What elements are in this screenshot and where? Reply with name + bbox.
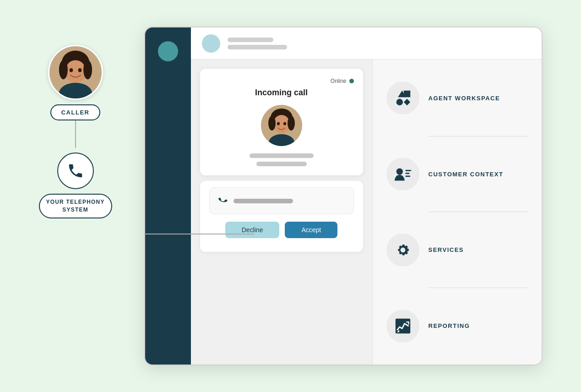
content-left: Online Incoming call [191, 60, 372, 365]
caller-photo-svg [261, 105, 302, 146]
online-dot [349, 79, 354, 83]
feature-services: SERVICES [386, 229, 528, 271]
connector-vertical [75, 120, 76, 148]
svg-point-5 [277, 122, 280, 125]
person-list-icon [395, 166, 411, 182]
svg-point-22 [69, 68, 73, 72]
app-sidebar [145, 27, 191, 365]
feature-customer-context: CUSTOMER CONTEXT [386, 153, 528, 195]
phone-number-line [233, 199, 293, 203]
agent-workspace-label: AGENT WORKSPACE [429, 95, 500, 102]
scene: Online Incoming call [39, 17, 543, 375]
incoming-call-card: Online Incoming call [200, 69, 363, 175]
caller-name-lines [209, 153, 354, 166]
agent-workspace-icon-circle [386, 82, 419, 114]
divider-3 [429, 288, 528, 288]
svg-point-12 [396, 168, 402, 174]
accept-button[interactable]: Accept [285, 222, 337, 238]
svg-point-19 [65, 60, 86, 82]
browser-mockup: Online Incoming call [144, 27, 543, 365]
svg-marker-11 [403, 99, 410, 105]
phone-icon [217, 194, 230, 208]
telephony-icon-circle [57, 152, 94, 189]
feature-agent-workspace: AGENT WORKSPACE [386, 77, 528, 119]
header-avatar [202, 34, 220, 53]
action-buttons: Decline Accept [209, 214, 354, 245]
left-elements: CALLER YOUR TELEPHONYSYSTEM [39, 45, 112, 218]
gear-icon [395, 242, 411, 258]
call-title: Incoming call [255, 88, 308, 98]
svg-point-2 [273, 115, 290, 133]
svg-point-10 [396, 99, 402, 105]
customer-context-icon-circle [386, 158, 419, 191]
online-indicator: Online [331, 78, 354, 84]
phone-handset-icon [67, 162, 84, 180]
svg-point-3 [268, 116, 276, 131]
header-line-2 [228, 45, 287, 49]
header-text-block [228, 38, 287, 49]
svg-rect-13 [405, 170, 411, 171]
svg-point-21 [83, 60, 92, 79]
svg-point-6 [283, 122, 286, 125]
divider-1 [429, 136, 528, 136]
header-line-1 [228, 38, 273, 42]
customer-context-label: CUSTOMER CONTEXT [429, 171, 504, 178]
telephony-label: YOUR TELEPHONYSYSTEM [46, 199, 105, 213]
phone-section: Decline Accept [200, 181, 363, 252]
svg-rect-9 [403, 91, 410, 97]
svg-rect-14 [405, 173, 409, 174]
sidebar-avatar [158, 41, 178, 61]
app-main: Online Incoming call [191, 27, 542, 365]
chart-icon [395, 318, 411, 334]
caller-avatar-svg [49, 46, 102, 98]
name-line-2 [256, 162, 307, 166]
feature-reporting: REPORTING [386, 305, 528, 347]
decline-button[interactable]: Decline [225, 222, 280, 238]
telephony-badge: YOUR TELEPHONYSYSTEM [39, 194, 112, 218]
shapes-icon [395, 90, 411, 106]
divider-2 [429, 212, 528, 212]
online-label: Online [331, 78, 347, 84]
app-content: Online Incoming call [191, 60, 542, 365]
caller-avatar [48, 45, 103, 100]
name-line-1 [250, 153, 314, 158]
reporting-label: REPORTING [429, 322, 470, 329]
horizontal-connector [144, 234, 254, 234]
content-right: AGENT WORKSPACE [372, 60, 542, 365]
services-label: SERVICES [429, 246, 464, 253]
svg-rect-15 [405, 176, 410, 177]
svg-point-23 [78, 68, 81, 72]
services-icon-circle [386, 234, 419, 267]
reporting-icon-circle [386, 310, 419, 343]
app-header [191, 27, 542, 60]
phone-card [209, 187, 354, 214]
caller-photo-in-card [261, 105, 302, 146]
caller-badge: CALLER [50, 104, 101, 120]
svg-point-20 [59, 60, 67, 79]
svg-point-4 [288, 116, 295, 131]
